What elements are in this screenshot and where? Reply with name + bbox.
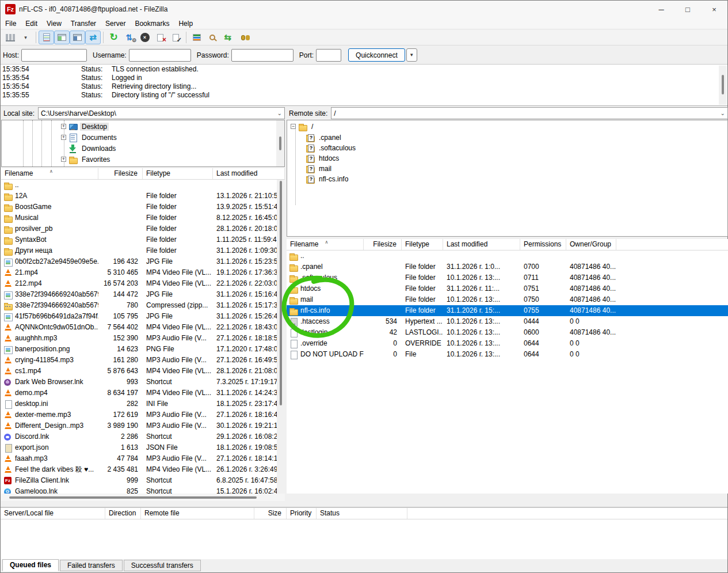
table-row[interactable]: .. [287,251,728,261]
toggle-local-tree-icon[interactable] [54,31,70,44]
queue-column-server-local-file[interactable]: Server/Local file [1,508,105,519]
table-row[interactable]: 212.mp416 574 203MP4 Video File (VL...22… [1,278,285,289]
table-row[interactable]: AQNNkOntc9dw051dnOb...7 564 402MP4 Video… [1,322,285,333]
tree-item-mail[interactable]: mail [306,163,333,174]
cancel-operation-icon[interactable]: × [137,31,153,44]
table-row[interactable]: dexter-meme.mp3172 619MP3 Audio File (V.… [1,409,285,420]
table-row[interactable]: Други нещаFile folder31.1.2026 г. 1:09:3… [1,245,285,256]
table-row[interactable]: export.json1 613JSON File18.1.2026 г. 19… [1,442,285,453]
disconnect-icon[interactable] [153,31,168,44]
menu-edit[interactable]: Edit [21,18,42,29]
tree-item-favorites[interactable]: +Favorites [61,154,112,165]
table-row[interactable]: 41f57b696b6491da2a7f94f...105 795JPG Fil… [1,311,285,322]
column-header-last-modified[interactable]: Last modified [443,239,520,250]
tree-expander[interactable]: − [291,124,296,129]
tree-item-root[interactable]: −/ [291,121,315,132]
table-row[interactable]: auughhh.mp3152 390MP3 Audio File (V...27… [1,333,285,344]
table-row[interactable]: SyntaxBotFile folder1.11.2025 г. 11:59:4 [1,234,285,245]
table-row[interactable]: MusicalFile folder8.12.2025 г. 16:45:0 [1,212,285,223]
table-row[interactable]: 12AFile folder13.1.2026 г. 21:10:5 [1,191,285,202]
table-row[interactable]: 21.mp45 310 465MP4 Video File (VL...19.1… [1,267,285,278]
table-row[interactable]: mailFile folder10.1.2026 г. 13:...075040… [287,294,728,305]
local-site-combobox[interactable]: C:\Users\harve\Desktop\ ⌄ [38,107,285,119]
table-row[interactable]: 338e72f3946669240ab5679...780Compressed … [1,300,285,311]
table-row[interactable]: FileZilla Client.lnk999Shortcut6.8.2025 … [1,475,285,486]
chevron-down-icon[interactable]: ⌄ [277,110,282,116]
tree-item-downloads[interactable]: Downloads [61,143,117,154]
queue-column-priority[interactable]: Priority [287,508,317,519]
queue-column-status[interactable]: Status [317,508,407,519]
column-header-last-modified[interactable]: Last modified [213,168,285,179]
quickconnect-button[interactable]: Quickconnect [348,48,405,62]
menu-bookmarks[interactable]: Bookmarks [130,18,174,29]
table-row[interactable]: nfl-cs.infoFile folder31.1.2026 г. 15:..… [287,305,728,316]
maximize-button[interactable]: □ [674,1,701,18]
tab-successful-transfers[interactable]: Successful transfers [124,560,201,571]
toggle-transfer-queue-icon[interactable]: ⇄ [85,31,101,44]
queue-column-remote-file[interactable]: Remote file [141,508,254,519]
quickconnect-dropdown[interactable]: ▼ [406,48,417,62]
menu-help[interactable]: Help [174,18,197,29]
queue-column-direction[interactable]: Direction [105,508,141,519]
tab-failed-transfers[interactable]: Failed transfers [60,560,123,571]
table-row[interactable]: .softaculousFile folder10.1.2026 г. 13:.… [287,272,728,283]
table-row[interactable]: 0b0f2cb27a2e9459e09e5e...196 432JPG File… [1,256,285,267]
host-input[interactable] [21,49,87,62]
table-row[interactable]: Feel the dark vibes 殺 ♥...2 435 481MP4 V… [1,464,285,475]
table-row[interactable]: demo.mp48 634 197MP4 Video File (VL...31… [1,388,285,399]
directory-comparison-icon[interactable] [204,31,220,44]
menu-transfer[interactable]: Transfer [66,18,101,29]
column-header-filename[interactable]: Filename [1,168,98,179]
local-list-vscrollbar[interactable] [277,180,285,494]
column-header-filetype[interactable]: Filetype [402,239,443,250]
table-row[interactable]: .. [1,180,285,191]
refresh-icon[interactable]: ↻ [106,31,121,44]
table-row[interactable]: desktop.ini282INI File18.1.2025 г. 23:17… [1,399,285,409]
table-row[interactable]: Dark Web Browser.lnk993Shortcut7.3.2025 … [1,377,285,388]
table-row[interactable]: faaah.mp347 784MP3 Audio File (V...27.1.… [1,453,285,464]
chevron-down-icon[interactable]: ⌄ [721,110,725,116]
menu-server[interactable]: Server [101,18,130,29]
local-list-hscrollbar[interactable] [1,494,285,501]
table-row[interactable]: BoostGameFile folder13.9.2025 г. 15:51:4 [1,202,285,212]
table-row[interactable]: .cpanelFile folder31.1.2026 г. 1:0...070… [287,261,728,272]
column-header-filetype[interactable]: Filetype [143,168,213,179]
directory-listing-filters-icon[interactable] [189,31,204,44]
table-row[interactable]: Gameloop.lnk825Shortcut15.1.2026 г. 16:0… [1,486,285,494]
table-row[interactable]: DO NOT UPLOAD FILE...0File10.1.2026 г. 1… [287,349,728,360]
table-row[interactable]: prosilver_pbFile folder28.1.2026 г. 20:1… [1,223,285,234]
synchronized-browsing-icon[interactable]: ⇆ [220,31,235,44]
table-row[interactable]: .lastlogin42LASTLOGI...10.1.2026 г. 13:.… [287,327,728,338]
table-row[interactable]: .override0OVERRIDE ...10.1.2026 г. 13:..… [287,338,728,349]
toggle-remote-tree-icon[interactable] [70,31,85,44]
tree-expander[interactable]: + [61,124,66,129]
port-input[interactable] [316,49,341,62]
close-button[interactable]: × [701,1,727,18]
table-row[interactable]: banerposition.png14 623PNG File17.1.2020… [1,344,285,355]
toggle-message-log-icon[interactable] [39,31,54,44]
password-input[interactable] [231,49,294,62]
table-row[interactable]: Discord.lnk2 286Shortcut29.1.2026 г. 16:… [1,431,285,442]
column-header-filename[interactable]: Filename [287,239,364,250]
queue-column-size[interactable]: Size [254,508,287,519]
tree-item-nflcsinfo[interactable]: nfl-cs.info [306,173,350,184]
reconnect-icon[interactable] [168,31,184,44]
tree-item-documents[interactable]: +Documents [61,132,119,143]
menu-file[interactable]: File [1,18,21,29]
process-queue-icon[interactable]: ⇅ [121,31,137,44]
tree-expander[interactable]: + [61,157,66,162]
tree-item-softaculous[interactable]: .softaculous [306,142,357,153]
remote-site-combobox[interactable]: / ⌄ [331,107,728,119]
menu-view[interactable]: View [42,18,66,29]
column-header-filesize[interactable]: Filesize [364,239,402,250]
minimize-button[interactable]: ─ [648,1,674,18]
table-row[interactable]: htdocsFile folder31.1.2026 г. 11:...0751… [287,283,728,294]
table-row[interactable]: Different_Design..mp33 989 190MP3 Audio … [1,420,285,431]
tree-item-htdocs[interactable]: htdocs [306,153,341,164]
tree-item-cpanel[interactable]: .cpanel [306,132,343,143]
log-scrollbar[interactable] [719,66,727,105]
table-row[interactable]: cs1.mp45 876 643MP4 Video File (VL...28.… [1,366,285,377]
site-manager-dropdown-icon[interactable]: ▾ [18,31,33,44]
username-input[interactable] [129,49,191,62]
column-header-permissions[interactable]: Permissions [520,239,566,250]
